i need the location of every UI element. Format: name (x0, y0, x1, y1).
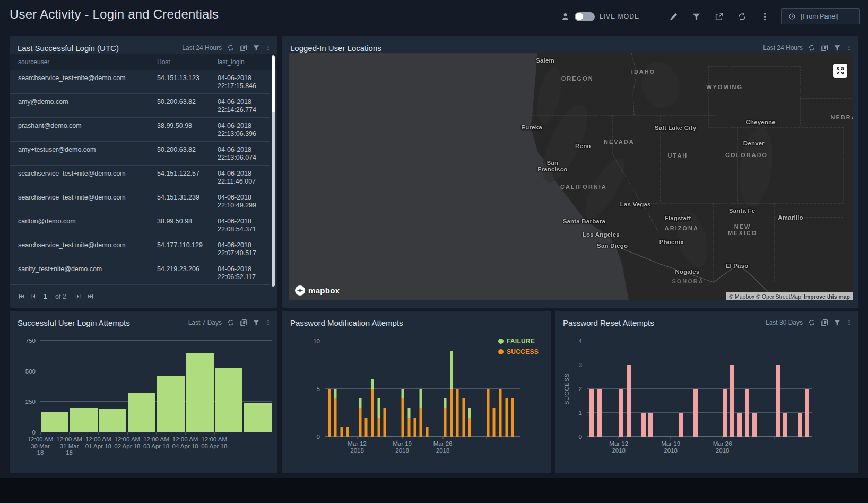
first-page-button[interactable] (18, 293, 25, 300)
stacked-bar[interactable] (499, 389, 502, 437)
reset-bar[interactable] (783, 413, 787, 437)
reset-bar[interactable] (798, 413, 802, 437)
login-bar[interactable] (99, 409, 127, 432)
refresh-icon[interactable] (227, 319, 235, 326)
kebab-menu-icon[interactable] (846, 44, 852, 51)
fullscreen-expand-button[interactable] (833, 64, 847, 78)
time-range-selector[interactable]: [From Panel] (781, 8, 860, 24)
reset-bar[interactable] (589, 389, 594, 437)
next-page-button[interactable] (75, 293, 82, 300)
legend-item[interactable]: SUCCESS (498, 348, 539, 355)
success-segment (505, 398, 508, 437)
copy-icon[interactable] (821, 44, 828, 51)
reset-bar[interactable] (723, 389, 727, 437)
stacked-bar[interactable] (456, 389, 458, 437)
stacked-bar[interactable] (493, 408, 496, 437)
reset-bar[interactable] (730, 365, 734, 437)
reset-bar[interactable] (737, 413, 742, 437)
mapbox-logo[interactable]: mapbox (294, 285, 340, 296)
stacked-bar[interactable] (413, 418, 416, 437)
copy-icon[interactable] (240, 319, 247, 326)
refresh-icon[interactable] (737, 12, 747, 21)
last-page-button[interactable] (87, 293, 94, 300)
stacked-bar[interactable] (444, 398, 446, 437)
reset-bar[interactable] (776, 365, 780, 437)
stacked-bar[interactable] (426, 427, 428, 437)
refresh-icon[interactable] (808, 44, 815, 51)
stacked-bar[interactable] (365, 418, 368, 437)
login-bar[interactable] (215, 368, 243, 432)
reset-bar[interactable] (597, 389, 602, 437)
share-icon[interactable] (715, 12, 724, 21)
stacked-bar[interactable] (371, 379, 374, 437)
filter-icon[interactable] (834, 44, 841, 51)
current-page-number: 1 (44, 293, 47, 300)
kebab-menu-icon[interactable] (265, 44, 271, 51)
copy-icon[interactable] (821, 319, 828, 326)
filter-icon[interactable] (692, 12, 701, 21)
stacked-bar[interactable] (487, 389, 490, 437)
failure-segment (334, 389, 337, 398)
table-row: searchservice_test+nite@demo.com54.151.1… (10, 166, 270, 189)
success-segment (463, 398, 465, 437)
login-bar[interactable] (186, 353, 214, 432)
copy-icon[interactable] (240, 44, 247, 51)
stacked-bar[interactable] (505, 398, 508, 437)
cell-sourceuser: amy@demo.com (18, 98, 68, 106)
failure-segment (420, 389, 422, 408)
success-segment (413, 418, 416, 437)
success-segment (426, 427, 428, 437)
x-tick-label: 12:00 AM 30 Mar 18 (28, 436, 54, 456)
map-canvas[interactable]: OREGONIDAHOWYOMINGNEBRASKANEVADAUTAHCOLO… (289, 53, 853, 300)
panel-successful-user-login-attempts: Successful User Login Attempts Last 7 Da… (10, 311, 277, 473)
login-bar[interactable] (157, 376, 185, 432)
login-bar[interactable] (70, 408, 98, 432)
stacked-bar[interactable] (334, 389, 337, 437)
stacked-bar[interactable] (407, 408, 410, 437)
cell-last-login: 04-06-2018 22:06:52.117 (218, 265, 256, 281)
filter-icon[interactable] (253, 44, 260, 51)
kebab-menu-icon[interactable] (760, 12, 769, 21)
legend-item[interactable]: FAILURE (498, 337, 539, 345)
password-reset-plot: 01234Mar 12 2018Mar 19 2018Mar 26 2018 (587, 341, 812, 437)
reset-bar[interactable] (805, 389, 809, 437)
stacked-bar[interactable] (341, 427, 343, 437)
kebab-menu-icon[interactable] (265, 319, 271, 326)
login-bar[interactable] (41, 412, 68, 432)
stacked-bar[interactable] (328, 389, 331, 437)
scrollbar-thumb[interactable] (272, 56, 275, 112)
reset-bar[interactable] (745, 389, 749, 437)
stacked-bar[interactable] (463, 398, 465, 437)
reset-bar[interactable] (627, 365, 631, 437)
edit-pencil-icon[interactable] (669, 12, 678, 21)
refresh-icon[interactable] (227, 44, 235, 51)
failure-segment (444, 398, 446, 408)
reset-bar[interactable] (641, 413, 646, 437)
live-mode-toggle[interactable] (575, 12, 595, 21)
kebab-menu-icon[interactable] (846, 319, 852, 326)
stacked-bar[interactable] (384, 408, 386, 437)
stacked-bar[interactable] (420, 389, 422, 437)
column-header-host: Host (157, 58, 170, 66)
login-bar[interactable] (128, 393, 155, 432)
filter-icon[interactable] (834, 319, 841, 326)
stacked-bar[interactable] (402, 389, 404, 437)
stacked-bar[interactable] (359, 398, 361, 437)
reset-bar[interactable] (679, 413, 683, 437)
stacked-bar[interactable] (511, 398, 514, 437)
reset-bar[interactable] (648, 413, 653, 437)
previous-page-button[interactable] (30, 293, 37, 300)
stacked-bar[interactable] (346, 427, 349, 437)
filter-icon[interactable] (253, 319, 260, 326)
login-bar[interactable] (244, 403, 272, 432)
table-row: amy@demo.com50.200.63.8204-06-2018 22:14… (10, 94, 270, 118)
improve-map-link[interactable]: Improve this map (804, 293, 850, 300)
cell-sourceuser: searchservice_test+nite@demo.com (18, 170, 126, 178)
reset-bar[interactable] (619, 389, 623, 437)
refresh-icon[interactable] (808, 319, 815, 326)
stacked-bar[interactable] (377, 398, 380, 437)
stacked-bar[interactable] (468, 408, 471, 437)
reset-bar[interactable] (693, 389, 698, 437)
reset-bar[interactable] (752, 413, 757, 437)
stacked-bar[interactable] (450, 351, 453, 437)
